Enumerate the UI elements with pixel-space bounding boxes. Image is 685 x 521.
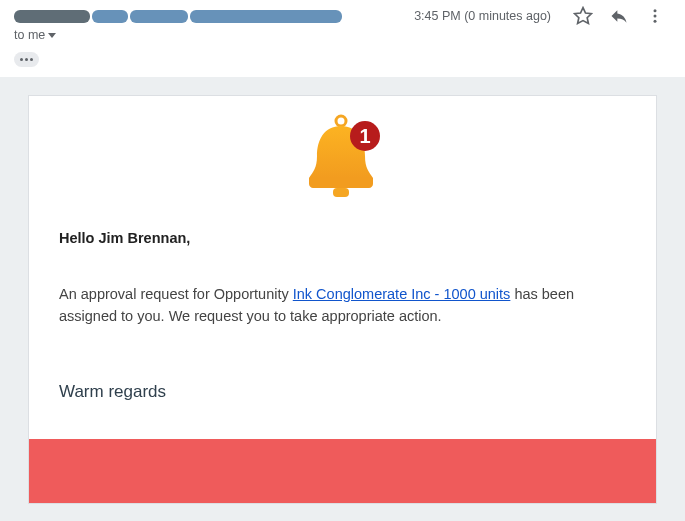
sender-info [14, 10, 414, 23]
svg-rect-5 [333, 188, 349, 197]
redacted-segment [130, 10, 188, 23]
svg-marker-0 [575, 8, 592, 24]
recipient-dropdown-icon[interactable] [48, 33, 56, 38]
greeting-text: Hello Jim Brennan, [59, 228, 626, 250]
show-trimmed-content-icon[interactable] [14, 52, 39, 67]
opportunity-link[interactable]: Ink Conglomerate Inc - 1000 units [293, 286, 511, 302]
svg-point-4 [336, 116, 346, 126]
redacted-sender-name [14, 10, 90, 23]
email-card: 1 Hello Jim Brennan, An approval request… [28, 95, 657, 504]
email-body-area: 1 Hello Jim Brennan, An approval request… [0, 77, 685, 521]
redacted-segment [92, 10, 128, 23]
to-label: to me [14, 28, 45, 42]
notification-bell-graphic: 1 [29, 96, 656, 228]
message-body: An approval request for Opportunity Ink … [59, 284, 626, 328]
timestamp: 3:45 PM (0 minutes ago) [414, 9, 551, 23]
svg-point-1 [654, 9, 657, 12]
body-text-before: An approval request for Opportunity [59, 286, 293, 302]
signoff-text: Warm regards [59, 379, 626, 405]
svg-point-3 [654, 20, 657, 23]
svg-point-2 [654, 15, 657, 18]
reply-icon[interactable] [609, 6, 629, 26]
card-footer-bar [29, 439, 656, 503]
notification-count: 1 [359, 125, 370, 147]
redacted-sender-email [190, 10, 342, 23]
more-vert-icon[interactable] [645, 6, 665, 26]
star-icon[interactable] [573, 6, 593, 26]
